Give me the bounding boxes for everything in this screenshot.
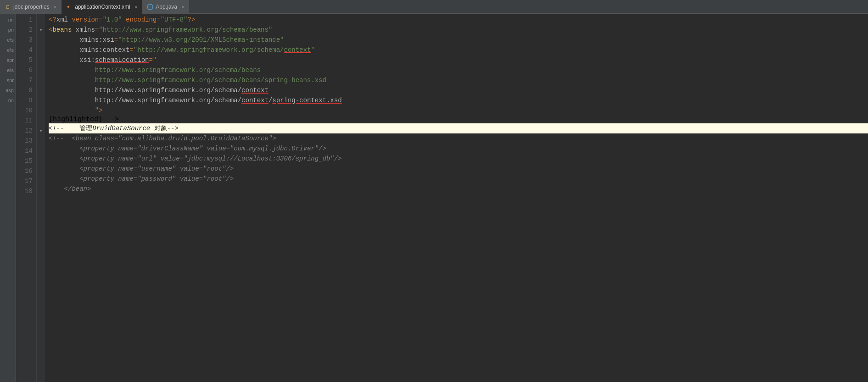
code-line-2: <beans xmlns="http://www.springframework… bbox=[49, 25, 868, 35]
gutter-9 bbox=[37, 95, 45, 105]
code-area[interactable]: <?xml version="1.0" encoding="UTF-8"?> <… bbox=[45, 14, 868, 382]
code-line-16: <property name="password" value="root"/> bbox=[49, 174, 868, 184]
code-line-8: http://www.springframework.org/schema/co… bbox=[49, 85, 868, 95]
sidebar-label-9: rin bbox=[0, 95, 16, 105]
code-line-12: <!-- <bean class="com.alibaba.druid.pool… bbox=[49, 133, 868, 144]
gutter-6 bbox=[37, 65, 45, 75]
sidebar-label-3: e\s bbox=[0, 35, 16, 45]
line-num-17: 17 bbox=[16, 176, 36, 186]
gutter-16 bbox=[37, 166, 45, 176]
svg-text:✦: ✦ bbox=[66, 4, 70, 10]
line-num-9: 9 bbox=[16, 95, 36, 105]
gutter-4 bbox=[37, 45, 45, 55]
properties-icon: 🗒 bbox=[5, 4, 11, 10]
line-num-8: 8 bbox=[16, 85, 36, 95]
sidebar-label-5: spr bbox=[0, 55, 16, 65]
code-line-15: <property name="username" value="root"/> bbox=[49, 164, 868, 174]
gutter-1 bbox=[37, 15, 45, 25]
code-line-3: xmlns:xsi="http://www.w3.org/2001/XMLSch… bbox=[49, 35, 868, 45]
code-line-9: http://www.springframework.org/schema/co… bbox=[49, 95, 868, 105]
code-line-14: <property name="url" value="jdbc:mysql:/… bbox=[49, 154, 868, 164]
editor-area: rin pri e\s e\s spr e\s spr asp rin 1 2 … bbox=[0, 14, 868, 382]
line-num-3: 3 bbox=[16, 35, 36, 45]
line-num-18: 18 bbox=[16, 186, 36, 196]
gutter-18 bbox=[37, 186, 45, 196]
code-line-5: xsi:schemaLocation=" bbox=[49, 55, 868, 65]
code-line-6: http://www.springframework.org/schema/be… bbox=[49, 65, 868, 75]
tab-appctx-label: applicationContext.xml bbox=[75, 4, 130, 10]
gutter-7 bbox=[37, 75, 45, 85]
line-num-15: 15 bbox=[16, 156, 36, 166]
sidebar-label-2: pri bbox=[0, 25, 16, 35]
code-line-18 bbox=[49, 194, 868, 204]
gutter: ▾ ▾ bbox=[37, 14, 45, 382]
line-num-13: 13 bbox=[16, 136, 36, 146]
sidebar-labels: rin pri e\s e\s spr e\s spr asp rin bbox=[0, 14, 16, 382]
gutter-12[interactable]: ▾ bbox=[37, 126, 45, 136]
xml-icon: ✦ bbox=[66, 4, 73, 10]
java-icon: C bbox=[147, 4, 153, 10]
code-line-10: "> bbox=[49, 105, 868, 116]
tab-appctx[interactable]: ✦ applicationContext.xml × bbox=[62, 0, 142, 14]
svg-text:C: C bbox=[149, 5, 151, 9]
gutter-2[interactable]: ▾ bbox=[37, 25, 45, 35]
code-line-4: xmlns:context="http://www.springframewor… bbox=[49, 45, 868, 55]
line-num-16: 16 bbox=[16, 166, 36, 176]
gutter-5 bbox=[37, 55, 45, 65]
line-num-10: 10 bbox=[16, 105, 36, 116]
line-num-6: 6 bbox=[16, 65, 36, 75]
line-numbers: 1 2 3 4 5 6 7 8 9 10 11 12 13 14 15 16 1… bbox=[16, 14, 37, 382]
gutter-13 bbox=[37, 136, 45, 146]
tab-jdbc-close[interactable]: × bbox=[54, 4, 56, 10]
tab-app-close[interactable]: × bbox=[181, 4, 184, 10]
gutter-3 bbox=[37, 35, 45, 45]
code-line-17: </bean> bbox=[49, 184, 868, 194]
code-line-1: <?xml version="1.0" encoding="UTF-8"?> bbox=[49, 15, 868, 25]
line-num-1: 1 bbox=[16, 15, 36, 25]
gutter-8 bbox=[37, 85, 45, 95]
tab-app[interactable]: C App.java × bbox=[142, 0, 189, 14]
line-num-2: 2 bbox=[16, 25, 36, 35]
line-num-4: 4 bbox=[16, 45, 36, 55]
gutter-10 bbox=[37, 105, 45, 116]
tab-app-label: App.java bbox=[156, 4, 177, 10]
sidebar-label-7: spr bbox=[0, 75, 16, 85]
tab-jdbc[interactable]: 🗒 jdbc.properties × bbox=[0, 0, 62, 14]
line-num-12: 12 bbox=[16, 126, 36, 136]
line-num-5: 5 bbox=[16, 55, 36, 65]
line-num-14: 14 bbox=[16, 146, 36, 156]
gutter-11 bbox=[37, 116, 45, 126]
sidebar-label-4: e\s bbox=[0, 45, 16, 55]
sidebar-label-6: e\s bbox=[0, 65, 16, 75]
line-num-11: 11 bbox=[16, 116, 36, 126]
tab-appctx-close[interactable]: × bbox=[134, 4, 137, 10]
tab-jdbc-label: jdbc.properties bbox=[13, 4, 50, 10]
code-line-7: http://www.springframework.org/schema/be… bbox=[49, 75, 868, 85]
gutter-14 bbox=[37, 146, 45, 156]
tab-bar: 🗒 jdbc.properties × ✦ applicationContext… bbox=[0, 0, 868, 14]
gutter-17 bbox=[37, 176, 45, 186]
sidebar-label-8: asp bbox=[0, 85, 16, 95]
code-line-13: <property name="driverClassName" value="… bbox=[49, 144, 868, 154]
code-line-11: <!-- 管理DruidDataSource 对象--> bbox=[49, 123, 868, 133]
gutter-15 bbox=[37, 156, 45, 166]
sidebar-label-1: rin bbox=[0, 15, 16, 25]
line-num-7: 7 bbox=[16, 75, 36, 85]
